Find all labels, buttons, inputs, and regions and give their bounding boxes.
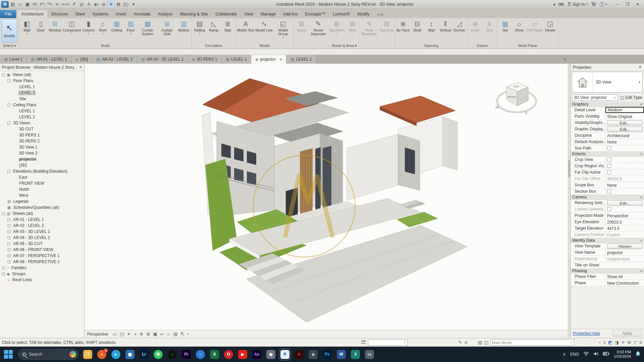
view-tab-ar-01-level-1[interactable]: ▤AR-01 - LEVEL 1 bbox=[27, 55, 71, 64]
none-button[interactable]: <None> bbox=[607, 244, 642, 249]
revit-logo-icon[interactable]: R bbox=[1, 1, 9, 8]
checkbox[interactable] bbox=[607, 164, 611, 168]
property-value-scope-box[interactable]: None bbox=[605, 182, 644, 188]
tree-item-ar-07-perspective-1[interactable]: +AR-07 - PERSPECTIVE 1 bbox=[0, 253, 84, 259]
property-value-graphic-display[interactable]: Edit... bbox=[605, 126, 644, 132]
tree-item-level-2[interactable]: LEVEL 2 bbox=[0, 90, 84, 96]
section-extents[interactable]: Extents∧ bbox=[571, 152, 644, 157]
section-phasing[interactable]: Phasing∧ bbox=[571, 268, 644, 274]
tree-item-ar-01-level-1[interactable]: +AR-01 - LEVEL 1 bbox=[0, 217, 84, 223]
detail-level-icon[interactable]: ▭ bbox=[113, 331, 117, 337]
property-value-sun-path[interactable] bbox=[605, 145, 644, 151]
reveal-constraints-icon[interactable]: ⌐ bbox=[187, 331, 190, 337]
property-value-view-template[interactable]: <None> bbox=[605, 243, 644, 249]
expand-icon[interactable]: + bbox=[7, 254, 10, 257]
design-options-icon[interactable]: ▤ bbox=[478, 340, 482, 345]
ceiling-button[interactable]: ▦Ceiling bbox=[110, 18, 124, 32]
tree-item-3d-view-2[interactable]: 3D View 2 bbox=[0, 150, 84, 156]
view-tab-list-dropdown[interactable]: ▾ bbox=[561, 55, 568, 64]
active-design-option-dropdown[interactable]: Main Model∨ bbox=[490, 340, 574, 346]
tree-item-site[interactable]: Site bbox=[0, 96, 84, 102]
tree-item-groups[interactable]: +◉Groups bbox=[0, 271, 84, 277]
property-value-crop-view[interactable] bbox=[605, 157, 644, 163]
curtain-system-button[interactable]: ▩Curtain System bbox=[138, 18, 157, 36]
selection-filter-icon[interactable]: ▽ bbox=[633, 340, 637, 345]
collapse-icon[interactable]: − bbox=[7, 79, 10, 82]
tab-collaborate[interactable]: Collaborate bbox=[212, 10, 240, 18]
active-workset-dropdown[interactable]: ∨ bbox=[368, 340, 408, 346]
wall-button[interactable]: ↕Wall bbox=[424, 18, 438, 32]
edit-button[interactable]: Edit... bbox=[607, 127, 642, 132]
tab-steel[interactable]: Steel bbox=[72, 10, 89, 18]
tag-icon[interactable]: ◎ bbox=[78, 1, 85, 8]
tree-item-elevations-building-elevation[interactable]: −Elevations (Building Elevation) bbox=[0, 168, 84, 174]
property-value-phase-filter[interactable]: Show All bbox=[605, 274, 644, 280]
taskbar-clock[interactable]: 3:02 PM 1/22/2024 bbox=[614, 350, 631, 359]
search-icon[interactable] bbox=[558, 2, 564, 6]
taskbar-app-telegram[interactable]: ▸ bbox=[111, 350, 120, 359]
tab-architecture[interactable]: Architecture bbox=[17, 10, 47, 18]
collapse-icon[interactable]: − bbox=[7, 104, 10, 107]
tree-item-ar-03-3d-level-1[interactable]: +AR-03 - 3D LEVEL 1 bbox=[0, 229, 84, 235]
property-value-far-clip-offset[interactable]: 38254.9 bbox=[605, 176, 644, 182]
taskbar-app-opera[interactable]: O bbox=[224, 350, 233, 359]
taskbar-app-file-explorer[interactable]: ❒ bbox=[83, 350, 92, 359]
taskbar-app-3ds-max[interactable]: 3 bbox=[351, 350, 360, 359]
taskbar-app-app-blue[interactable]: ▦ bbox=[125, 350, 135, 359]
work-plane-panel-label[interactable]: Work Plane bbox=[498, 43, 557, 49]
customize-qat-icon[interactable]: ▾ bbox=[130, 1, 137, 8]
floor-button[interactable]: ▨Floor▾ bbox=[124, 18, 138, 35]
checkbox[interactable] bbox=[607, 158, 611, 162]
taskbar-app-premiere-pro[interactable]: Pr bbox=[182, 350, 191, 359]
checkbox[interactable] bbox=[607, 189, 611, 193]
view-scale-label[interactable]: Perspective bbox=[87, 332, 108, 337]
view-tab-3d-pers-1[interactable]: ◈3D PERS 1 bbox=[188, 55, 222, 64]
notification-bell-icon[interactable] bbox=[635, 351, 641, 358]
crop-region-icon[interactable]: ▣ bbox=[153, 331, 157, 337]
tab-lumion[interactable]: Lumion® bbox=[329, 10, 353, 18]
tree-item-level-1[interactable]: LEVEL 1 bbox=[0, 108, 84, 114]
tree-item-schedules-quantities-all[interactable]: ▦Schedules/Quantities (all) bbox=[0, 204, 84, 210]
expand-icon[interactable]: + bbox=[2, 273, 5, 276]
taskbar-app-lightroom-classic[interactable]: Lr bbox=[140, 350, 149, 359]
tree-item-floor-plans[interactable]: −Floor Plans bbox=[0, 78, 84, 84]
project-browser-close-icon[interactable]: ✕ bbox=[79, 65, 82, 69]
tree-item-ar-05-3d-cut[interactable]: +AR-05 - 3D CUT bbox=[0, 241, 84, 247]
properties-toggle-icon[interactable]: ▤ bbox=[9, 1, 16, 8]
tab-analyze[interactable]: Analyze bbox=[154, 10, 176, 18]
section-identity-data[interactable]: Identity Data∧ bbox=[571, 238, 644, 243]
tree-item-3d-cut[interactable]: 3D CUT bbox=[0, 126, 84, 132]
model-3d-viewport[interactable]: W S TOP FRONT Perspective ▭◳☀◑⚙⊞▣∞☼▤⇱⌐ bbox=[85, 64, 568, 338]
property-value-visibility-graphi[interactable]: Edit... bbox=[605, 120, 644, 126]
type-selector[interactable]: 3D View ▾ bbox=[572, 72, 643, 93]
tree-item-ceiling-plans[interactable]: −Ceiling Plans bbox=[0, 102, 84, 108]
taskbar-app-autocad[interactable]: A bbox=[294, 350, 304, 359]
model-line-button[interactable]: ∿Model Line bbox=[255, 18, 273, 32]
taskbar-app-camera-app[interactable]: ◉ bbox=[266, 350, 275, 359]
edit-button[interactable]: Edit... bbox=[607, 120, 642, 125]
ramp-button[interactable]: ◺Ramp bbox=[207, 18, 221, 32]
minimize-button[interactable]: – bbox=[613, 1, 622, 8]
taskbar-app-app-grey[interactable]: ◈ bbox=[309, 350, 318, 359]
tree-item-3d-pers-1[interactable]: 3D PERS 1 bbox=[0, 132, 84, 138]
canvas-properties-splitter[interactable] bbox=[568, 64, 570, 338]
view-tab-level-1[interactable]: ▦LEVEL 1 bbox=[222, 55, 251, 64]
tree-item-families[interactable]: +∷Families bbox=[0, 265, 84, 271]
by-face-button[interactable]: ⊗By Face bbox=[396, 18, 410, 32]
tab-structure[interactable]: Structure bbox=[47, 10, 72, 18]
visual-style-icon[interactable]: ◳ bbox=[120, 331, 124, 337]
wall-button[interactable]: ◧Wall▾ bbox=[20, 18, 34, 35]
displaced-elements-icon[interactable]: ⇱ bbox=[180, 331, 184, 337]
tab-enscape[interactable]: Enscape™ bbox=[301, 10, 329, 18]
taskbar-app-spotify[interactable]: ♫ bbox=[168, 350, 177, 359]
sun-path-icon[interactable]: ☀ bbox=[127, 331, 131, 337]
property-value-dependency[interactable]: Independent bbox=[605, 256, 644, 262]
dormer-button[interactable]: ◿Dormer bbox=[452, 18, 467, 32]
view-tab-ar-02-level-2[interactable]: ▤AR-02 - LEVEL 2 bbox=[93, 55, 137, 64]
tab-massing-site[interactable]: Massing & Site bbox=[176, 10, 212, 18]
modify-button[interactable]: ↖ Modify bbox=[2, 19, 17, 43]
tree-item-east[interactable]: East bbox=[0, 174, 84, 180]
measure-icon[interactable]: ⟷▾ bbox=[61, 1, 70, 8]
model-text-button[interactable]: AModel Text bbox=[236, 18, 255, 32]
section-graphics[interactable]: Graphics∧ bbox=[571, 102, 644, 107]
